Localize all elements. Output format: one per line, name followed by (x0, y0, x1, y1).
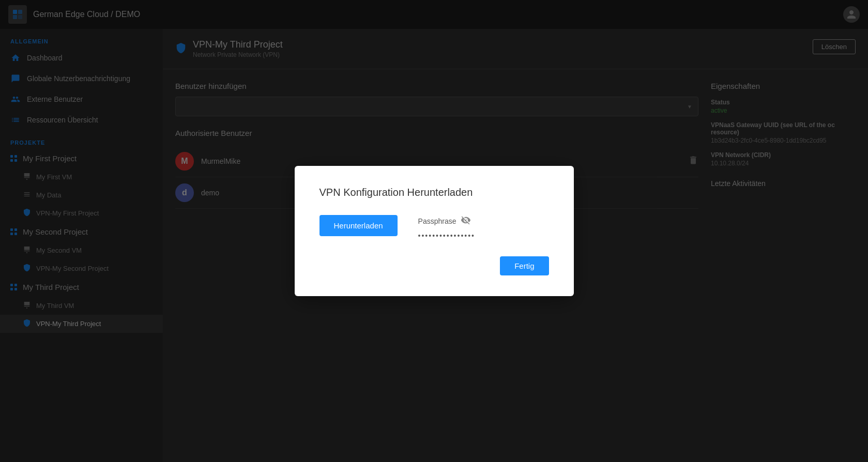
modal-title: VPN Konfiguration Herunterladen (319, 187, 549, 198)
modal-body: Herunterladen Passphrase •••••••••••••••… (319, 215, 549, 240)
modal-overlay[interactable]: VPN Konfiguration Herunterladen Herunter… (0, 0, 868, 462)
passphrase-section: Passphrase •••••••••••••••• (418, 215, 475, 240)
modal-footer: Fertig (319, 256, 549, 275)
done-button[interactable]: Fertig (500, 256, 549, 275)
download-button[interactable]: Herunterladen (319, 215, 398, 236)
toggle-passphrase-icon[interactable] (461, 215, 471, 227)
passphrase-dots: •••••••••••••••• (418, 232, 475, 240)
passphrase-label: Passphrase (418, 215, 475, 227)
vpn-config-modal: VPN Konfiguration Herunterladen Herunter… (295, 166, 574, 296)
